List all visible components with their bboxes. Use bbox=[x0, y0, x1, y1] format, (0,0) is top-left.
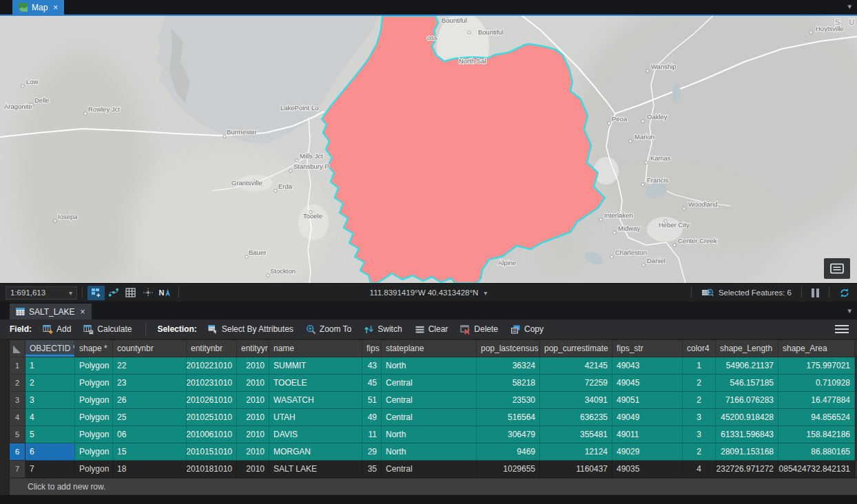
table-cell[interactable]: 3 bbox=[683, 409, 716, 426]
table-cell[interactable]: 2010061010 bbox=[187, 426, 237, 443]
table-cell[interactable]: 58218 bbox=[477, 375, 540, 392]
table-cell[interactable]: 9469 bbox=[477, 443, 540, 461]
table-cell[interactable]: 355481 bbox=[540, 426, 612, 443]
table-cell[interactable]: 1 bbox=[25, 357, 75, 375]
table-cell[interactable]: 1029655 bbox=[477, 461, 540, 478]
select-all-corner[interactable] bbox=[10, 340, 25, 357]
column-header-entitynbr[interactable]: entitynbr bbox=[187, 340, 237, 357]
table-cell[interactable]: 49049 bbox=[612, 409, 683, 426]
add-field-button[interactable]: Add bbox=[40, 323, 74, 336]
table-cell[interactable]: 2010 bbox=[237, 392, 269, 409]
map-scale-combo[interactable]: 1:691,613 ▾ bbox=[6, 286, 77, 300]
table-cell[interactable]: Polygon bbox=[75, 357, 113, 375]
table-cell[interactable]: 49051 bbox=[612, 392, 683, 409]
table-cell[interactable]: Central bbox=[382, 461, 477, 478]
table-cell[interactable]: 2010 bbox=[237, 357, 269, 375]
table-cell[interactable]: 61331.596843 bbox=[716, 426, 778, 443]
row-number[interactable]: 2 bbox=[10, 375, 25, 392]
table-cell[interactable]: 4 bbox=[25, 409, 75, 426]
row-number[interactable]: 5 bbox=[10, 426, 25, 443]
map-tab-close-icon[interactable]: × bbox=[53, 3, 58, 12]
delete-selection-button[interactable]: Delete bbox=[457, 323, 501, 336]
table-cell[interactable]: 49035 bbox=[612, 461, 683, 478]
feature-cache-button[interactable] bbox=[87, 286, 105, 300]
table-cell[interactable]: 42145 bbox=[540, 357, 612, 375]
table-cell[interactable]: 2 bbox=[25, 375, 75, 392]
table-cell[interactable]: 158.842186 bbox=[778, 426, 855, 443]
table-cell[interactable]: 15 bbox=[113, 443, 187, 461]
table-cell[interactable]: 6 bbox=[25, 443, 75, 461]
table-cell[interactable]: 16.477884 bbox=[778, 392, 855, 409]
table-cell[interactable]: 45 bbox=[362, 375, 382, 392]
edit-vertices-button[interactable] bbox=[105, 286, 122, 300]
table-cell[interactable]: 43 bbox=[362, 357, 382, 375]
row-number[interactable]: 7 bbox=[10, 461, 25, 478]
column-header-name[interactable]: name bbox=[269, 340, 362, 357]
column-header-shape-area[interactable]: shape_Area bbox=[778, 340, 855, 357]
table-row[interactable]: 55Polygon0620100610102010DAVIS11North306… bbox=[0, 426, 857, 443]
table-cell[interactable]: Polygon bbox=[75, 461, 113, 478]
table-row[interactable]: 11Polygon2220102210102010SUMMIT43North36… bbox=[0, 357, 857, 375]
table-cell[interactable]: 49029 bbox=[612, 443, 683, 461]
table-cell[interactable]: TOOELE bbox=[269, 375, 362, 392]
column-header-shape-length[interactable]: shape_Length bbox=[716, 340, 778, 357]
table-cell[interactable]: 2010 bbox=[237, 426, 269, 443]
table-row[interactable]: 44Polygon2520102510102010UTAH49Central51… bbox=[0, 409, 857, 426]
table-cell[interactable]: 4 bbox=[683, 461, 716, 478]
copy-rows-button[interactable]: Copy bbox=[508, 323, 546, 336]
table-cell[interactable]: 2 bbox=[683, 443, 716, 461]
table-cell[interactable]: 49011 bbox=[612, 426, 683, 443]
column-header-entityyr[interactable]: entityyr bbox=[237, 340, 269, 357]
table-cell[interactable]: 0.710928 bbox=[778, 375, 855, 392]
table-cell[interactable]: 2010221010 bbox=[187, 357, 237, 375]
table-cell[interactable]: Polygon bbox=[75, 409, 113, 426]
table-cell[interactable]: North bbox=[382, 443, 477, 461]
table-cell[interactable]: 29 bbox=[362, 443, 382, 461]
table-cell[interactable]: 2010251010 bbox=[187, 409, 237, 426]
table-tabstrip-dropdown-icon[interactable]: ▾ bbox=[847, 306, 851, 315]
table-row[interactable]: 66Polygon1520101510102010MORGAN29North94… bbox=[0, 443, 857, 461]
table-cell[interactable]: WASATCH bbox=[269, 392, 362, 409]
refresh-icon[interactable] bbox=[839, 288, 850, 298]
table-cell[interactable]: Central bbox=[382, 392, 477, 409]
table-cell[interactable]: 06 bbox=[113, 426, 187, 443]
table-cell[interactable]: Polygon bbox=[75, 426, 113, 443]
table-cell[interactable]: 306479 bbox=[477, 426, 540, 443]
table-cell[interactable]: 23530 bbox=[477, 392, 540, 409]
table-menu-icon[interactable] bbox=[835, 323, 849, 335]
column-header-countynbr[interactable]: countynbr bbox=[113, 340, 187, 357]
table-cell[interactable]: Polygon bbox=[75, 443, 113, 461]
map-coordinates[interactable]: 111.8391419°W 40.4313428°N ▾ bbox=[370, 288, 488, 297]
table-cell[interactable]: 2010 bbox=[237, 461, 269, 478]
table-cell[interactable]: 2085424732.842131 bbox=[778, 461, 855, 478]
column-header-pop-lastcensus[interactable]: pop_lastcensus bbox=[477, 340, 540, 357]
table-cell[interactable]: 34091 bbox=[540, 392, 612, 409]
table-cell[interactable]: 5 bbox=[25, 426, 75, 443]
row-number[interactable]: 3 bbox=[10, 392, 25, 409]
table-cell[interactable]: 1160437 bbox=[540, 461, 612, 478]
table-cell[interactable]: 18 bbox=[113, 461, 187, 478]
table-cell[interactable]: 86.880165 bbox=[778, 443, 855, 461]
table-row[interactable]: 77Polygon1820101810102010SALT LAKE35Cent… bbox=[0, 461, 857, 478]
zoom-to-button[interactable]: Zoom To bbox=[303, 323, 354, 336]
column-header-pop-currestimate[interactable]: pop_currestimate bbox=[540, 340, 612, 357]
calculate-field-button[interactable]: Calculate bbox=[81, 323, 134, 336]
table-cell[interactable]: 45200.918428 bbox=[716, 409, 778, 426]
north-arrow-button[interactable]: N bbox=[156, 286, 174, 300]
table-cell[interactable]: 3 bbox=[25, 392, 75, 409]
table-cell[interactable]: 54906.21137 bbox=[716, 357, 778, 375]
table-cell[interactable]: 35 bbox=[362, 461, 382, 478]
column-header-color4[interactable]: color4 bbox=[683, 340, 716, 357]
snapping-button[interactable] bbox=[139, 286, 156, 300]
selected-features-count[interactable]: Selected Features: 6 bbox=[719, 288, 792, 297]
table-cell[interactable]: DAVIS bbox=[269, 426, 362, 443]
table-cell[interactable]: 516564 bbox=[477, 409, 540, 426]
table-cell[interactable]: 2010261010 bbox=[187, 392, 237, 409]
table-cell[interactable]: 1 bbox=[683, 357, 716, 375]
column-header-fips[interactable]: fips bbox=[362, 340, 382, 357]
table-cell[interactable]: 49043 bbox=[612, 357, 683, 375]
clear-selection-button[interactable]: Clear bbox=[412, 323, 451, 336]
table-cell[interactable]: North bbox=[382, 426, 477, 443]
table-cell[interactable]: 175.997021 bbox=[778, 357, 855, 375]
table-cell[interactable]: 11 bbox=[362, 426, 382, 443]
